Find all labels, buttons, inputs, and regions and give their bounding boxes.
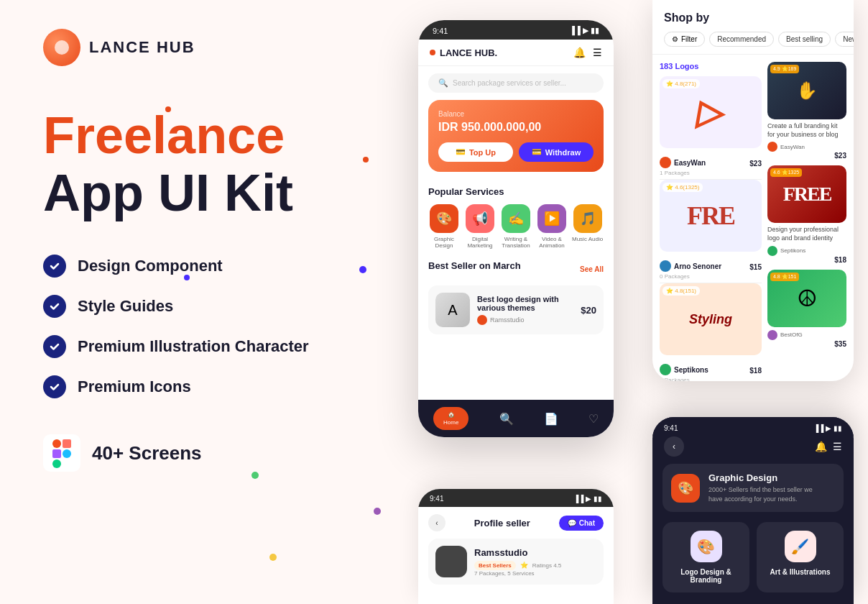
logo-card-3[interactable]: ⭐ 4.8(151) Styling [660, 283, 762, 355]
phone-search[interactable]: 🔍 Search package services or seller... [428, 73, 604, 93]
decorative-dot-6 [374, 508, 381, 515]
product-card-3[interactable]: ☮ 4.8 ⭐151 BestOfG $35 [767, 270, 846, 348]
sub-cat-logo[interactable]: 🎨 Logo Design & Branding [662, 522, 749, 592]
menu-icon[interactable]: ☰ [593, 47, 602, 58]
recommended-chip[interactable]: Recommended [709, 32, 774, 47]
dark-back-button[interactable]: ‹ [664, 436, 684, 457]
withdraw-button[interactable]: 💳 Withdraw [519, 142, 594, 162]
dark-status-icons: ▐▐ ▶ ▮▮ [813, 424, 842, 432]
phone-center: 9:41 ▐▐ ▶ ▮▮ LANCE HUB. 🔔 ☰ 🔍 Search pac… [418, 20, 614, 437]
dark-status-bar: 9:41 ▐▐ ▶ ▮▮ [652, 417, 854, 436]
menu-icon-dark[interactable]: ☰ [833, 441, 842, 452]
service-icon-2: 📢 [466, 204, 494, 233]
logo-inner-circle [55, 40, 69, 55]
seller-title: Best logo design with various themes [477, 295, 573, 312]
bestselling-chip[interactable]: Best selling [778, 32, 831, 47]
phone-nav: 🏠 Home 🔍 📄 ♡ [418, 400, 614, 437]
service-label-5: Music Audio [572, 236, 603, 242]
check-icon-4 [43, 375, 66, 398]
logo-card-1[interactable]: ⭐ 4.8(271) ▷ [660, 76, 762, 148]
sub-cat-art[interactable]: 🖌️ Art & Illustrations [757, 522, 844, 592]
section-header: Best Seller on March See All [428, 260, 604, 278]
service-label-2: Digital Marketing [464, 236, 496, 249]
dark-header-icons: 🔔 ☰ [815, 441, 842, 452]
profile-status-time: 9:41 [430, 495, 443, 503]
graphic-design-info: Graphic Design 2000+ Sellers find the be… [708, 472, 823, 503]
product-seller-avatar-2 [767, 246, 777, 256]
product-card-2[interactable]: FREE 4.6 ⭐1325 Design your professional … [767, 165, 846, 263]
product-seller-3: BestOfG [767, 330, 846, 340]
product-seller-name-3: BestOfG [780, 331, 803, 338]
service-graphic-design[interactable]: 🎨 Graphic Design [428, 204, 460, 249]
seller-packages-2: 0 Packages [660, 273, 762, 280]
seller-price: $20 [581, 305, 596, 316]
newarrivals-chip[interactable]: New arri... [835, 32, 854, 47]
logo-design-icon: 🎨 [691, 531, 722, 562]
docs-icon: 📄 [544, 412, 558, 426]
balance-amount: IDR 950.000.000,00 [438, 121, 594, 134]
product-badge-3: 4.8 ⭐151 [770, 273, 799, 281]
chat-icon: 💬 [568, 519, 576, 527]
chat-button[interactable]: 💬 Chat [559, 516, 604, 531]
product-card-1[interactable]: ✋ 4.9 ⭐189 Create a full branding kit fo… [767, 62, 846, 160]
logo-icon [43, 29, 80, 66]
phone-status-bar: 9:41 ▐▐ ▶ ▮▮ [418, 20, 614, 40]
service-icon-3: ✍️ [502, 204, 530, 233]
status-icons: ▐▐ ▶ ▮▮ [569, 26, 599, 35]
service-music[interactable]: 🎵 Music Audio [572, 204, 603, 249]
dark-time: 9:41 [664, 424, 678, 432]
profile-seller-title: Profile seller [474, 518, 530, 528]
balance-label: Balance [438, 110, 594, 118]
svg-rect-1 [52, 439, 61, 448]
nav-home[interactable]: 🏠 Home [433, 407, 468, 430]
product-desc-1: Create a full branding kit for your busi… [767, 122, 846, 139]
seller-row-3: Septikons $18 [660, 364, 762, 377]
logo-card-2[interactable]: ⭐ 4.6(1325) FRE [660, 180, 762, 252]
search-nav-icon: 🔍 [499, 412, 514, 426]
seller-name-2: Arno Senoner [660, 260, 721, 272]
topup-button[interactable]: 💳 Top Up [438, 142, 513, 162]
profile-back-button[interactable]: ‹ [428, 514, 445, 531]
seller-meta: Ramsstudio [477, 315, 573, 325]
home-icon: 🏠 [448, 411, 455, 418]
seller-card[interactable]: A Best logo design with various themes R… [428, 285, 604, 334]
feature-item-2: Style Guides [43, 295, 402, 318]
seller-entry-1: EasyWan $23 1 Packages [660, 154, 762, 180]
withdraw-icon: 💳 [532, 147, 542, 157]
service-icon-1: 🎨 [430, 204, 458, 233]
product-badge-1: 4.9 ⭐189 [770, 65, 799, 73]
seller-thumbnail: A [435, 293, 470, 327]
seller-info: Best logo design with various themes Ram… [477, 295, 573, 325]
seller-entry-2: Arno Senoner $15 0 Packages [660, 257, 762, 283]
balance-section: Balance IDR 950.000.000,00 💳 Top Up 💳 Wi… [428, 100, 604, 172]
feature-item-1: Design Component [43, 255, 402, 278]
headline-appuikit: App UI Kit [43, 167, 402, 219]
product-price-3: $35 [834, 340, 846, 348]
seller-avatar-2 [660, 260, 671, 272]
bell-icon[interactable]: 🔔 [573, 47, 586, 58]
product-img-2: FREE 4.6 ⭐1325 [767, 165, 846, 223]
seller-packages-1: 1 Packages [660, 170, 762, 176]
star-rating: ⭐ [520, 562, 528, 569]
balance-buttons: 💳 Top Up 💳 Withdraw [438, 142, 594, 162]
seller-avatar [477, 315, 487, 325]
nav-search[interactable]: 🔍 [499, 412, 514, 426]
svg-point-5 [63, 449, 71, 458]
feature-list: Design Component Style Guides Premium Il… [43, 255, 402, 398]
filter-chip[interactable]: ⚙ Filter [664, 32, 705, 47]
logo-text-fre: FRE [687, 201, 734, 231]
product-img-3: ☮ 4.8 ⭐151 [767, 270, 846, 327]
bell-icon-dark[interactable]: 🔔 [815, 441, 827, 452]
service-label-3: Writing & Translation [500, 236, 532, 249]
service-digital-marketing[interactable]: 📢 Digital Marketing [464, 204, 496, 249]
service-video[interactable]: ▶️ Video & Animation [536, 204, 568, 249]
see-all-link[interactable]: See All [580, 265, 604, 273]
nav-docs[interactable]: 📄 [544, 412, 558, 426]
service-writing[interactable]: ✍️ Writing & Translation [500, 204, 532, 249]
profile-details: Ramsstudio Best Sellers ⭐ Ratings 4.5 7 … [474, 547, 561, 577]
nav-wishlist[interactable]: ♡ [588, 412, 599, 426]
bestseller-section: Best Seller on March See All A Best logo… [418, 253, 614, 342]
figma-icon [43, 434, 80, 472]
service-label-4: Video & Animation [536, 236, 568, 249]
graphic-design-card[interactable]: 🎨 Graphic Design 2000+ Sellers find the … [662, 464, 844, 512]
